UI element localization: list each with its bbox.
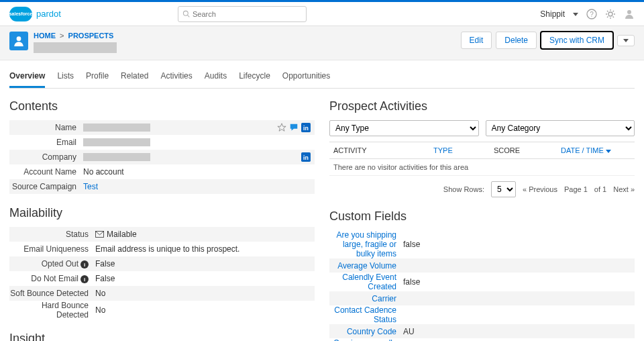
next-page[interactable]: Next » [613, 185, 635, 193]
field-label: Status [9, 230, 95, 239]
field-row: Source CampaignTest [9, 179, 315, 194]
breadcrumb: HOME > PROSPECTS [34, 32, 461, 40]
linkedin-icon[interactable]: in [301, 123, 311, 132]
activity-table-head: ACTIVITY TYPE SCORE DATE / TIME [329, 142, 635, 159]
product-name: pardot [36, 9, 61, 19]
field-row: Opted OutiFalse [9, 256, 315, 271]
search-icon [182, 10, 190, 17]
org-menu-caret[interactable] [573, 9, 578, 19]
salesforce-cloud-icon: salesforce [9, 7, 32, 21]
delete-button[interactable]: Delete [496, 32, 537, 49]
field-row: Email [9, 135, 315, 150]
field-value: Mailable [95, 230, 315, 239]
field-value: False [95, 259, 315, 269]
svg-line-1 [188, 15, 190, 17]
gear-icon[interactable] [605, 9, 616, 19]
edit-button[interactable]: Edit [461, 32, 492, 49]
mail-icon [95, 231, 104, 238]
star-icon[interactable] [277, 123, 286, 132]
custom-field-link[interactable]: Carrier [372, 294, 396, 303]
activity-col-type[interactable]: TYPE [433, 146, 494, 154]
user-icon[interactable] [624, 9, 635, 19]
more-actions-caret[interactable] [617, 35, 635, 46]
field-value: No [95, 289, 315, 298]
page-indicator: Page 1 [564, 185, 588, 193]
breadcrumb-home[interactable]: HOME [34, 32, 56, 40]
custom-field-row: Country CodeAU [329, 324, 635, 338]
custom-field-row: Couriers normally used [329, 338, 635, 341]
value-text: No [95, 305, 105, 315]
prospect-avatar-icon [9, 32, 28, 50]
svg-point-6 [17, 36, 21, 41]
show-rows-select[interactable]: 5 [491, 181, 516, 197]
field-value: Test [83, 182, 315, 191]
tab-overview[interactable]: Overview [9, 64, 45, 88]
tab-opportunities[interactable]: Opportunities [282, 64, 330, 88]
page-of: of 1 [594, 185, 606, 193]
field-label: Company [9, 152, 83, 162]
topbar-right: Shippit ? [540, 9, 635, 19]
redacted-value [83, 138, 150, 146]
breadcrumb-prospects[interactable]: PROSPECTS [68, 32, 114, 40]
tab-related[interactable]: Related [121, 64, 148, 88]
svg-point-0 [183, 11, 188, 15]
comment-icon[interactable] [289, 123, 299, 132]
linkedin-icon[interactable]: in [301, 152, 311, 162]
custom-field-link[interactable]: Contact Cadence Status [334, 305, 396, 324]
pagination: Show Rows: 5 « Previous Page 1 of 1 Next… [329, 181, 635, 197]
field-row: Do Not EmailiFalse [9, 271, 315, 286]
field-value: No [95, 305, 315, 315]
contents-title: Contents [9, 99, 315, 113]
field-label: Do Not Emaili [9, 274, 95, 284]
info-icon[interactable]: i [80, 275, 89, 283]
sync-with-crm-button[interactable]: Sync with CRM [541, 32, 613, 49]
row-icons: in [301, 152, 311, 162]
custom-field-value: false [403, 240, 635, 249]
insight-title: Insight [9, 332, 315, 341]
custom-rows: Are you shipping large, fragile or bulky… [329, 230, 635, 341]
svg-text:in: in [303, 125, 309, 132]
activity-category-filter[interactable]: Any Category [486, 120, 635, 136]
svg-point-5 [627, 10, 631, 14]
tab-lists[interactable]: Lists [57, 64, 74, 88]
tab-activities[interactable]: Activities [160, 64, 192, 88]
field-label: Account Name [9, 167, 83, 177]
tab-lifecycle[interactable]: Lifecycle [239, 64, 270, 88]
logo[interactable]: salesforce pardot [9, 7, 61, 21]
svg-point-4 [608, 12, 612, 16]
field-value: Email address is unique to this prospect… [95, 244, 315, 254]
header-actions: Edit Delete Sync with CRM [461, 32, 635, 49]
field-label: Source Campaign [9, 182, 83, 191]
custom-field-link[interactable]: Average Volume [337, 261, 396, 271]
tab-profile[interactable]: Profile [86, 64, 109, 88]
field-row: Soft Bounce DetectedNo [9, 286, 315, 301]
field-label: Name [9, 123, 83, 132]
redacted-value [83, 153, 150, 161]
tab-audits[interactable]: Audits [205, 64, 227, 88]
custom-field-link[interactable]: Calendly Event Created [342, 273, 396, 291]
custom-field-label: Calendly Event Created [329, 273, 403, 291]
search-input[interactable] [193, 10, 302, 18]
activity-col-date[interactable]: DATE / TIME [561, 146, 635, 154]
info-icon[interactable]: i [80, 260, 89, 269]
prev-page[interactable]: « Previous [523, 185, 557, 193]
custom-field-link[interactable]: Couriers normally used [333, 338, 396, 341]
breadcrumb-sep: > [60, 32, 64, 40]
field-label: Soft Bounce Detected [9, 289, 95, 298]
custom-field-row: Contact Cadence Status [329, 305, 635, 324]
activity-type-filter[interactable]: Any Type [329, 120, 479, 136]
custom-field-value: false [403, 277, 635, 287]
help-icon[interactable]: ? [586, 9, 597, 19]
mailability-title: Mailability [9, 206, 315, 220]
header-info: HOME > PROSPECTS [34, 32, 461, 53]
search-box[interactable] [178, 6, 307, 22]
topbar: salesforce pardot Shippit ? [0, 2, 644, 26]
org-name[interactable]: Shippit [540, 9, 565, 19]
value-text: False [95, 259, 115, 269]
svg-text:?: ? [590, 11, 594, 18]
custom-field-link[interactable]: Country Code [347, 327, 396, 336]
value-text[interactable]: Test [83, 182, 98, 191]
custom-field-link[interactable]: Are you shipping large, fragile or bulky… [337, 230, 396, 258]
custom-field-label: Country Code [329, 327, 403, 336]
field-label: Opted Outi [9, 259, 95, 269]
